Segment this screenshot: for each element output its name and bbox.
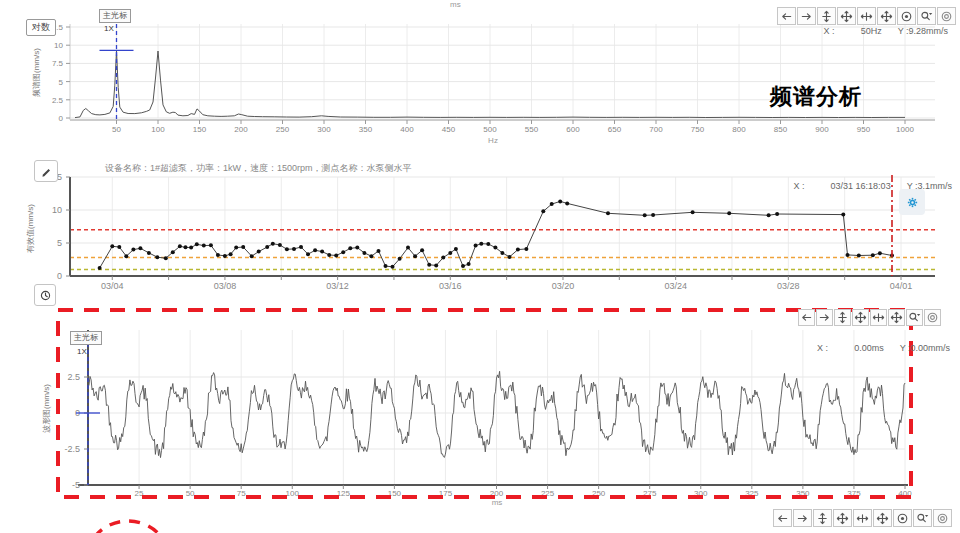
pan-left-icon bbox=[800, 311, 813, 324]
zoom-in-horizontal-button[interactable] bbox=[857, 7, 876, 25]
pan-left-button[interactable] bbox=[773, 509, 792, 527]
auto-scale-icon bbox=[936, 512, 949, 525]
svg-text:300: 300 bbox=[317, 125, 331, 134]
reset-view-button[interactable] bbox=[897, 7, 916, 25]
waveform-main-cursor-badge[interactable]: 主光标 bbox=[70, 331, 102, 345]
pan-right-icon bbox=[818, 311, 831, 324]
svg-text:-5: -5 bbox=[72, 480, 80, 490]
svg-text:03/04: 03/04 bbox=[101, 281, 124, 291]
svg-text:2.5: 2.5 bbox=[67, 372, 80, 382]
trend-y-axis-label: 有效值(mm/s) bbox=[25, 184, 36, 274]
spectrum-main-cursor-badge[interactable]: 主光标 bbox=[99, 9, 131, 23]
svg-text:250: 250 bbox=[276, 125, 290, 134]
zoom-mode-icon bbox=[908, 311, 921, 324]
svg-text:650: 650 bbox=[608, 125, 622, 134]
zoom-mode-button[interactable] bbox=[906, 309, 923, 326]
gear-icon bbox=[906, 196, 919, 209]
svg-text:75: 75 bbox=[237, 489, 246, 498]
waveform-harmonic-label: 1X bbox=[77, 347, 87, 356]
waveform-plot[interactable]: 2550751001251501752002252502753003253503… bbox=[0, 305, 960, 533]
zoom-in-horizontal-icon bbox=[860, 10, 873, 23]
zoom-mode-icon bbox=[920, 10, 933, 23]
auto-scale-button[interactable] bbox=[924, 309, 941, 326]
spectrum-harmonic-label: 1X bbox=[104, 24, 114, 33]
zoom-out-horizontal-button[interactable] bbox=[873, 509, 892, 527]
trend-readout-x-label: X : bbox=[794, 181, 805, 191]
pan-left-button[interactable] bbox=[777, 7, 796, 25]
zoom-in-vertical-button[interactable] bbox=[813, 509, 832, 527]
zoom-out-vertical-button[interactable] bbox=[833, 509, 852, 527]
svg-text:550: 550 bbox=[525, 125, 539, 134]
clock-icon bbox=[39, 289, 52, 302]
zoom-in-horizontal-button[interactable] bbox=[870, 309, 887, 326]
waveform-readout-x-value: 0.00ms bbox=[854, 343, 884, 353]
svg-text:500: 500 bbox=[483, 125, 497, 134]
svg-text:50: 50 bbox=[112, 125, 121, 134]
svg-text:5: 5 bbox=[57, 238, 62, 248]
zoom-in-horizontal-icon bbox=[872, 311, 885, 324]
zoom-in-horizontal-button[interactable] bbox=[853, 509, 872, 527]
zoom-out-horizontal-button[interactable] bbox=[888, 309, 905, 326]
zoom-in-vertical-button[interactable] bbox=[817, 7, 836, 25]
svg-text:800: 800 bbox=[732, 125, 746, 134]
svg-text:200: 200 bbox=[234, 125, 248, 134]
svg-text:04/01: 04/01 bbox=[890, 281, 913, 291]
pan-right-icon bbox=[800, 10, 813, 23]
reset-view-button[interactable] bbox=[893, 509, 912, 527]
zoom-in-horizontal-icon bbox=[856, 512, 869, 525]
waveform-readout: X :0.00msY :0.00mm/s bbox=[817, 343, 950, 353]
spectrum-analysis-title: 频谱分析 bbox=[770, 82, 862, 112]
svg-text:-2.5: -2.5 bbox=[64, 444, 80, 454]
pan-right-button[interactable] bbox=[816, 309, 833, 326]
svg-text:950: 950 bbox=[857, 125, 871, 134]
zoom-mode-icon bbox=[916, 512, 929, 525]
zoom-out-vertical-button[interactable] bbox=[837, 7, 856, 25]
svg-text:750: 750 bbox=[691, 125, 705, 134]
svg-text:10: 10 bbox=[52, 205, 62, 215]
svg-text:700: 700 bbox=[649, 125, 663, 134]
svg-text:0: 0 bbox=[57, 271, 62, 281]
zoom-in-vertical-icon bbox=[836, 311, 849, 324]
pencil-icon bbox=[40, 165, 53, 178]
trend-edit-button[interactable] bbox=[34, 160, 58, 182]
auto-scale-button[interactable] bbox=[937, 7, 956, 25]
svg-text:03/16: 03/16 bbox=[439, 281, 462, 291]
zoom-out-horizontal-button[interactable] bbox=[877, 7, 896, 25]
zoom-out-vertical-icon bbox=[840, 10, 853, 23]
trend-plot[interactable]: 03/0403/0803/1203/1603/2003/2403/2804/01… bbox=[0, 155, 960, 305]
trend-time-range-button[interactable] bbox=[34, 284, 56, 306]
zoom-in-vertical-button[interactable] bbox=[834, 309, 851, 326]
waveform-y-axis-label: 波形图(mm/s) bbox=[41, 364, 52, 454]
zoom-out-horizontal-icon bbox=[880, 10, 893, 23]
lower-chart-toolbar bbox=[773, 509, 952, 527]
svg-text:100: 100 bbox=[151, 125, 165, 134]
pan-left-icon bbox=[780, 10, 793, 23]
svg-text:03/20: 03/20 bbox=[552, 281, 575, 291]
zoom-mode-button[interactable] bbox=[913, 509, 932, 527]
app-root: ms 5010015020025030035040045050055060065… bbox=[0, 0, 960, 533]
pan-right-button[interactable] bbox=[797, 7, 816, 25]
svg-text:Hz: Hz bbox=[488, 136, 498, 145]
zoom-in-vertical-icon bbox=[820, 10, 833, 23]
auto-scale-button[interactable] bbox=[933, 509, 952, 527]
zoom-in-vertical-icon bbox=[816, 512, 829, 525]
svg-text:150: 150 bbox=[193, 125, 207, 134]
reset-view-icon bbox=[896, 512, 909, 525]
svg-text:03/24: 03/24 bbox=[664, 281, 687, 291]
spectrum-y-axis-label: 频谱图(mm/s) bbox=[31, 28, 42, 118]
svg-text:03/08: 03/08 bbox=[214, 281, 237, 291]
zoom-out-vertical-button[interactable] bbox=[852, 309, 869, 326]
svg-text:50: 50 bbox=[186, 489, 195, 498]
svg-text:350: 350 bbox=[359, 125, 373, 134]
svg-text:10: 10 bbox=[54, 41, 63, 50]
trend-readout-x-value: 03/31 16:18:03 bbox=[831, 181, 891, 191]
spectrum-toolbar bbox=[777, 7, 956, 25]
trend-settings-button[interactable] bbox=[899, 189, 925, 215]
svg-text:ms: ms bbox=[492, 498, 503, 507]
auto-scale-icon bbox=[940, 10, 953, 23]
svg-text:5: 5 bbox=[59, 78, 64, 87]
pan-left-button[interactable] bbox=[798, 309, 815, 326]
svg-text:03/12: 03/12 bbox=[326, 281, 349, 291]
zoom-mode-button[interactable] bbox=[917, 7, 936, 25]
pan-right-button[interactable] bbox=[793, 509, 812, 527]
